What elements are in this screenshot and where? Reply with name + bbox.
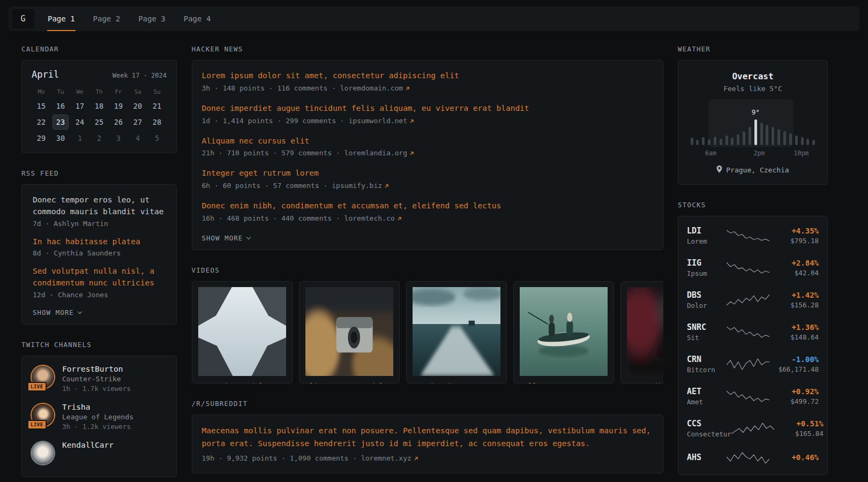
weather-condition: Overcast: [689, 71, 817, 81]
rss-widget: RSS FEED Donec tempor eros leo, ut commo…: [21, 169, 177, 325]
stock-sparkline: [727, 389, 769, 403]
stock-values: -1.00%$66,171.48: [769, 355, 819, 373]
hackernews-item-domain-link[interactable]: loremlandia.org: [345, 149, 414, 157]
live-badge: LIVE: [27, 382, 47, 391]
stock-symbol: AHS: [687, 453, 727, 462]
twitch-channel-name: Trisha: [62, 403, 133, 411]
rss-item-title[interactable]: Sed volutpat nulla nisl, a condimentum n…: [33, 266, 166, 289]
stock-row[interactable]: CRNBitcorn-1.00%$66,171.48: [687, 348, 819, 380]
stock-row[interactable]: CCSConsectetur+0.51%$165.84: [687, 412, 819, 445]
rss-item-title[interactable]: Donec tempor eros leo, ut commodo mauris…: [33, 194, 166, 218]
video-thumbnail[interactable]: [413, 287, 500, 376]
weather-location: Prague, Czechia: [726, 166, 789, 174]
stock-row[interactable]: SNRCSit+1.36%$148.64: [687, 316, 819, 348]
stock-row[interactable]: LDILorem+4.35%$795.18: [687, 220, 819, 252]
calendar-day: 20: [128, 98, 147, 114]
hackernews-item-title[interactable]: Lorem ipsum dolor sit amet, consectetur …: [202, 70, 653, 82]
hackernews-item-title[interactable]: Aliquam nec cursus elit: [202, 135, 653, 147]
video-title[interactable]: Nullam posuere cursus ex: [520, 381, 608, 383]
hackernews-item-meta: 6h · 60 points · 57 comments · ipsumify.…: [202, 182, 653, 190]
stock-symbol-block: DBSDolor: [687, 290, 727, 310]
video-title[interactable]: Suspendisse diam: [627, 381, 663, 383]
stock-values: +0.51%$165.84: [774, 419, 824, 438]
weather-bar-current: [754, 119, 757, 145]
weather-hour-slot: [806, 103, 810, 145]
calendar-weekday: Sa: [128, 84, 147, 98]
stock-row[interactable]: AETAmet+0.92%$499.72: [687, 380, 819, 412]
hackernews-item-stats: 16h · 468 points · 440 comments ·: [202, 214, 345, 222]
video-card[interactable]: Nullam posuere cursus ex17h · Stefan Col…: [513, 281, 614, 383]
stock-row[interactable]: AHS+0.46%: [687, 445, 819, 471]
hackernews-show-more-button[interactable]: SHOW MORE: [202, 234, 251, 242]
hackernews-item: Aliquam nec cursus elit21h · 710 points …: [202, 135, 653, 157]
hackernews-item-domain-link[interactable]: ipsumworld.net: [348, 117, 414, 125]
stock-name: Amet: [687, 398, 727, 406]
stock-price: $66,171.48: [769, 365, 819, 373]
calendar-week-year: Week 17 · 2024: [113, 72, 167, 79]
twitch-channel-game: League of Legends: [62, 413, 133, 421]
calendar-day: 22: [32, 114, 51, 130]
rss-item-title[interactable]: In hac habitasse platea: [33, 236, 166, 248]
video-thumbnail[interactable]: [198, 287, 286, 376]
weather-hour-slot: [783, 103, 787, 145]
hackernews-item-title[interactable]: Donec imperdiet augue tincidunt felis al…: [202, 103, 653, 115]
calendar-day: 16: [51, 98, 70, 114]
rss-item: In hac habitasse platea8d · Cynthia Saun…: [33, 236, 166, 258]
video-title[interactable]: Mauris sit amet massa felis: [413, 381, 500, 383]
video-title[interactable]: Lorem ipsum dolor sit amet consectetu…: [198, 381, 286, 383]
tab-page-3[interactable]: Page 3: [138, 6, 166, 31]
hackernews-item-domain-link[interactable]: loremdomain.com: [340, 84, 410, 92]
weather-location-row: Prague, Czechia: [689, 165, 817, 175]
stock-price: $795.18: [769, 237, 819, 245]
stock-name: Bitcorn: [687, 366, 727, 374]
video-thumbnail[interactable]: [627, 287, 663, 376]
rss-item-meta: 8d · Cynthia Saunders: [33, 249, 166, 257]
tab-page-1[interactable]: Page 1: [47, 6, 76, 31]
stock-symbol-block: SNRCSit: [687, 322, 727, 342]
rss-show-more-button[interactable]: SHOW MORE: [33, 308, 81, 317]
subreddit-card: Maecenas mollis pulvinar erat non posuer…: [192, 415, 663, 473]
weather-header: WEATHER: [678, 45, 828, 53]
calendar-day: 5: [147, 130, 167, 146]
video-thumbnail[interactable]: [520, 287, 608, 376]
calendar-weekday: Su: [147, 84, 167, 98]
stock-row[interactable]: IIGIpsum+2.84%$42.04: [687, 252, 819, 284]
calendar-day: 15: [32, 98, 51, 114]
calendar-day: 18: [89, 98, 109, 114]
tab-page-4[interactable]: Page 4: [183, 6, 212, 31]
stock-change: +0.46%: [769, 453, 819, 462]
stock-sparkline: [727, 293, 769, 307]
hackernews-item-title[interactable]: Integer eget rutrum lorem: [202, 168, 653, 179]
hackernews-item-title[interactable]: Donec enim nibh, condimentum et accumsan…: [202, 200, 653, 212]
rss-card: Donec tempor eros leo, ut commodo mauris…: [21, 184, 177, 325]
weather-bar: [749, 127, 751, 145]
stock-symbol-block: IIGIpsum: [687, 258, 727, 277]
weather-hour-slot: [795, 103, 798, 145]
rss-header: RSS FEED: [21, 169, 177, 177]
avatar: [32, 442, 54, 464]
hackernews-item-domain: ipsumworld.net: [348, 117, 407, 125]
tab-page-2[interactable]: Page 2: [93, 6, 121, 31]
twitch-channel-row[interactable]: KendallCarr: [32, 441, 167, 464]
hackernews-item-domain-link[interactable]: ipsumify.biz: [332, 182, 389, 190]
app-logo[interactable]: G: [12, 9, 34, 28]
calendar-weekday: Th: [89, 84, 109, 98]
video-card[interactable]: Mauris sit amet massa felis7h · Grayson …: [406, 281, 507, 383]
stock-row[interactable]: DBSDolor+1.42%$156.28: [687, 284, 819, 316]
stock-symbol: CCS: [687, 419, 731, 428]
video-card[interactable]: Lorem ipsum dolor sit amet consectetu…1h…: [192, 281, 293, 383]
stock-symbol-block: AETAmet: [687, 387, 727, 406]
subreddit-item-domain-link[interactable]: loremnet.xyz: [361, 454, 418, 462]
weather-hour-slot: [789, 103, 792, 145]
twitch-channel-row[interactable]: LIVEForrestBurtonCounter-Strike1h · 1.7k…: [32, 365, 167, 393]
stock-sparkline: [727, 451, 769, 465]
hackernews-item-domain-link[interactable]: loremtech.co: [345, 214, 402, 222]
twitch-channel-row[interactable]: LIVETrishaLeague of Legends3h · 1.2k vie…: [32, 403, 167, 431]
weather-time-labels: 6am2pm10pm: [689, 149, 817, 157]
subreddit-item-title[interactable]: Maecenas mollis pulvinar erat non posuer…: [202, 425, 653, 450]
video-title[interactable]: Aliquam tempor dolor nec pharetra…: [305, 381, 393, 383]
video-card[interactable]: Suspendisse diam18h · Tara: [620, 281, 663, 383]
video-card[interactable]: Aliquam tempor dolor nec pharetra…1h · M…: [299, 281, 400, 383]
weather-hour-slot: [708, 103, 711, 145]
video-thumbnail[interactable]: [305, 287, 393, 376]
